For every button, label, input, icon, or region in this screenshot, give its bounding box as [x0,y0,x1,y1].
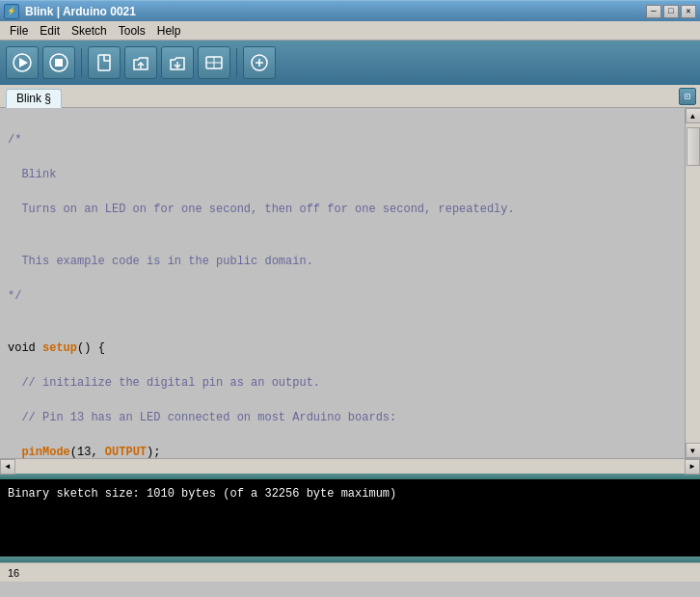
upload-icon [250,53,269,72]
scroll-right-button[interactable]: ► [685,459,700,475]
code-line: void setup() { [8,339,677,357]
svg-rect-3 [55,59,63,67]
window-title: Blink | Arduino 0021 [25,5,136,18]
menu-tools[interactable]: Tools [113,23,151,39]
vertical-scrollbar[interactable]: ▲ ▼ [685,108,700,458]
inner-editor: /* Blink Turns on an LED on for one seco… [0,108,700,458]
save-button[interactable] [161,46,194,79]
scroll-track-horizontal[interactable] [15,459,685,474]
console-area: Binary sketch size: 1010 bytes (of a 322… [0,479,700,556]
stop-button[interactable] [42,46,75,79]
tab-blink[interactable]: Blink § [6,89,62,108]
open-icon [131,53,150,72]
maximize-button[interactable]: □ [663,5,679,18]
scroll-thumb-vertical[interactable] [687,127,700,166]
code-line: // initialize the digital pin as an outp… [8,374,677,392]
serial-monitor-icon [204,53,224,72]
scroll-up-button[interactable]: ▲ [686,108,701,123]
verify-button[interactable] [6,46,39,79]
stop-icon [49,53,68,72]
upload-button[interactable] [243,46,276,79]
code-line: Turns on an LED on for one second, then … [8,201,677,218]
menu-file[interactable]: File [4,23,34,39]
close-button[interactable]: ✕ [681,5,696,18]
menu-bar: File Edit Sketch Tools Help [0,21,700,41]
title-bar: ⚡ Blink | Arduino 0021 ─ □ ✕ [0,0,700,21]
console-output: Binary sketch size: 1010 bytes (of a 322… [8,485,692,502]
horizontal-scrollbar[interactable]: ◄ ► [0,458,700,474]
title-text: ⚡ Blink | Arduino 0021 [4,4,136,19]
code-line: /* [8,131,677,149]
serial-monitor-button[interactable] [198,46,230,79]
save-icon [168,53,187,72]
verify-icon [13,53,32,72]
code-line: // Pin 13 has an LED connected on most A… [8,409,677,426]
status-bar: 16 [0,562,700,582]
tab-bar: Blink § ⊡ [0,85,700,108]
console-message: Binary sketch size: 1010 bytes (of a 322… [8,487,396,501]
code-line: Blink [8,166,677,183]
new-button[interactable] [88,46,121,79]
toolbar [0,41,700,85]
scroll-left-button[interactable]: ◄ [0,459,15,475]
code-line: pinMode(13, OUTPUT); [8,444,677,458]
svg-marker-1 [19,58,28,68]
toolbar-divider-2 [236,48,237,77]
code-line: This example code is in the public domai… [8,253,677,270]
editor-area: /* Blink Turns on an LED on for one seco… [0,108,700,474]
window-controls: ─ □ ✕ [646,5,696,18]
minimize-button[interactable]: ─ [646,5,661,18]
code-scroll-area[interactable]: /* Blink Turns on an LED on for one seco… [0,108,685,458]
toolbar-divider-1 [81,48,82,77]
scroll-down-button[interactable]: ▼ [686,443,701,458]
app-icon: ⚡ [4,4,19,19]
menu-sketch[interactable]: Sketch [66,23,113,39]
code-content: /* Blink Turns on an LED on for one seco… [0,108,685,458]
open-button[interactable] [124,46,157,79]
tab-expand-button[interactable]: ⊡ [679,88,696,105]
line-number: 16 [8,567,19,579]
new-file-icon [94,53,114,72]
menu-edit[interactable]: Edit [34,23,66,39]
tab-label: Blink § [16,92,51,105]
code-line: */ [8,287,677,305]
menu-help[interactable]: Help [151,23,187,39]
scroll-track-vertical[interactable] [686,123,700,443]
